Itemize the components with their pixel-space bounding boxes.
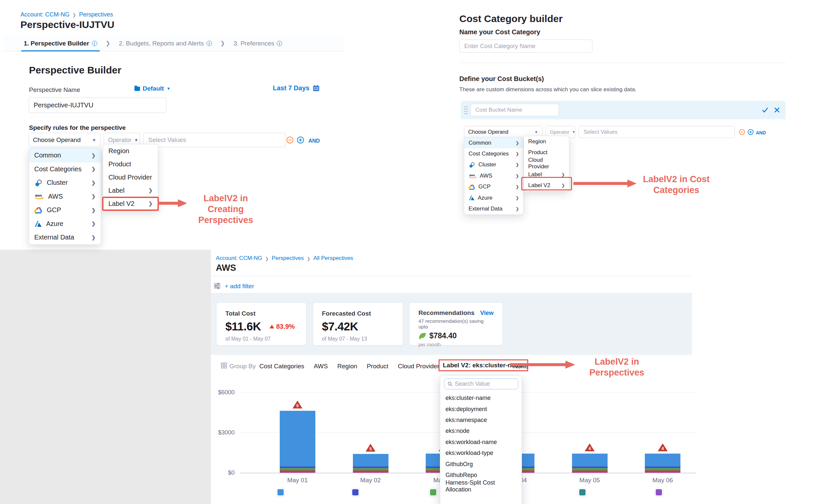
stacked-bar-may-05[interactable] xyxy=(572,454,608,473)
cc-operand-menu-item-label: Common xyxy=(468,140,491,146)
common-submenu-item[interactable]: Product xyxy=(103,157,158,171)
anomaly-badge[interactable]: 4 xyxy=(658,443,667,451)
anomaly-badge[interactable]: 5 xyxy=(366,444,376,452)
value-option[interactable]: eks:workload-type xyxy=(440,448,522,458)
value-option[interactable]: eks:deployment xyxy=(440,404,522,414)
group-by-item[interactable]: Cost Categories xyxy=(259,363,304,370)
stacked-bar-may-01[interactable] xyxy=(280,411,315,473)
value-option[interactable]: eks:node xyxy=(440,425,522,437)
breadcrumb-link[interactable]: Account: CCM-NG xyxy=(21,11,69,18)
operand-menu-item[interactable]: GCP ❯ xyxy=(29,203,101,217)
filter-icon[interactable] xyxy=(213,282,221,290)
drag-handle[interactable] xyxy=(464,106,468,115)
legend-chip[interactable] xyxy=(429,488,437,497)
cc-common-submenu-item[interactable]: Label V2 ❯ xyxy=(524,180,569,191)
svg-text:aws: aws xyxy=(469,173,475,177)
cc-add-rule-button[interactable] xyxy=(747,129,754,136)
value-option[interactable]: eks:cluster-name xyxy=(440,393,522,404)
search-icon xyxy=(448,381,452,387)
cc-select-values-input[interactable] xyxy=(579,126,735,138)
value-option[interactable]: GithubOrg xyxy=(440,458,522,469)
breadcrumb-link[interactable]: All Perspectives xyxy=(313,255,353,262)
cc-operand-menu-item[interactable]: Cost Categories ❯ xyxy=(464,148,523,159)
group-by-item[interactable]: Product xyxy=(367,363,388,370)
cost-delta: 83.9% xyxy=(269,323,295,330)
breadcrumb-link[interactable]: Perspectives xyxy=(272,255,304,262)
cc-operand-menu-item[interactable]: Azure ❯ xyxy=(464,192,523,203)
wizard-tabs: 1. Perspective Builder i ❯ 2. Budgets, R… xyxy=(3,36,345,51)
date-range-selector[interactable]: Last 7 Days xyxy=(273,84,320,92)
breadcrumb-link[interactable]: Perspectives xyxy=(79,11,113,18)
anomaly-badge[interactable]: 5 xyxy=(293,401,303,409)
breadcrumb: Account: CCM-NG ❯ Perspectives xyxy=(21,11,113,18)
annotation-text-creating-perspectives: LabelV2 in Creating Perspectives xyxy=(184,193,267,226)
chevron-right-icon: ❯ xyxy=(91,235,95,240)
value-option[interactable]: Harness-Split Cost Allocation xyxy=(440,481,522,492)
caret-down-icon: ▼ xyxy=(92,138,96,143)
legend-chip[interactable] xyxy=(277,488,285,497)
folder-selector[interactable]: Default ▼ xyxy=(135,85,170,92)
cc-operand-menu-item[interactable]: GCP ❯ xyxy=(464,181,523,192)
legend-chip[interactable] xyxy=(655,488,663,497)
cc-common-submenu-item[interactable]: Region xyxy=(524,136,569,147)
operand-menu-item[interactable]: aws AWS ❯ xyxy=(29,190,101,204)
cc-common-submenu-item[interactable]: Label ❯ xyxy=(524,169,569,180)
group-by-item[interactable]: Cloud Provider xyxy=(398,363,439,370)
folder-selector-label: Default xyxy=(143,85,164,92)
legend-chip[interactable] xyxy=(351,488,360,497)
add-rule-button[interactable] xyxy=(296,136,305,144)
operand-menu-item[interactable]: Azure ❯ xyxy=(29,217,101,231)
group-by-item[interactable]: AWS xyxy=(314,363,328,370)
operand-menu-item[interactable]: External Data ❯ xyxy=(29,231,101,244)
active-tab-underline xyxy=(21,51,100,51)
breadcrumb-link[interactable]: Account: CCM-NG xyxy=(216,255,262,262)
operand-menu-item[interactable]: Cluster ❯ xyxy=(29,176,101,190)
common-submenu-item[interactable]: Region xyxy=(103,144,158,157)
chevron-right-icon: ❯ xyxy=(91,194,95,199)
cost-category-name-input[interactable] xyxy=(459,39,593,53)
label-v2-value-dropdown: eks:cluster-nameeks:deploymenteks:namesp… xyxy=(440,375,522,504)
and-operator-button[interactable]: AND xyxy=(308,138,320,144)
legend-chip[interactable] xyxy=(578,488,586,497)
section-heading: Perspective Builder xyxy=(29,65,121,76)
cc-operand-menu-item[interactable]: External Data ❯ xyxy=(464,203,523,214)
anomaly-badge[interactable]: 4 xyxy=(585,443,595,451)
view-recommendations-link[interactable]: View xyxy=(480,309,494,317)
add-filter-button[interactable]: + add filter xyxy=(225,283,254,290)
cancel-bucket-button[interactable] xyxy=(774,107,780,113)
operand-select[interactable]: Choose Operand ▼ xyxy=(29,133,101,147)
tab-label: 2. Budgets, Reports and Alerts xyxy=(119,40,204,47)
remove-rule-button[interactable] xyxy=(286,136,294,144)
operand-menu: Common ❯ Cost Categories ❯ Cluster xyxy=(29,148,101,245)
select-values-input[interactable] xyxy=(143,133,286,147)
cc-common-submenu-item[interactable]: Product xyxy=(524,147,569,158)
value-option[interactable]: eks:workload-name xyxy=(440,437,522,448)
wizard-tab[interactable]: 1. Perspective Builder i xyxy=(24,36,97,51)
search-value-input[interactable] xyxy=(455,381,515,387)
perspective-name-input[interactable] xyxy=(29,97,166,113)
common-submenu-item[interactable]: Cloud Provider xyxy=(103,171,158,184)
stacked-bar-may-06[interactable] xyxy=(645,454,681,473)
cc-remove-rule-button[interactable] xyxy=(739,129,745,136)
cc-operand-menu-item[interactable]: aws AWS ❯ xyxy=(464,170,523,181)
cost-bucket-name-input[interactable] xyxy=(470,104,559,116)
confirm-bucket-button[interactable] xyxy=(761,106,769,114)
value-option[interactable]: eks:namespace xyxy=(440,415,522,425)
operand-menu-item-label: Azure xyxy=(46,220,63,228)
cc-and-operator-button[interactable]: AND xyxy=(756,130,766,136)
common-submenu-item[interactable]: Label V2 ❯ xyxy=(103,197,158,210)
wizard-tab[interactable]: 2. Budgets, Reports and Alerts i xyxy=(119,36,212,51)
chevron-right-icon: ❯ xyxy=(516,162,519,167)
cc-operand-menu-item[interactable]: Cluster ❯ xyxy=(464,159,523,170)
stacked-bar-may-02[interactable] xyxy=(353,454,389,473)
cc-operand-menu-item-label: External Data xyxy=(468,206,503,212)
operand-menu-item[interactable]: Common ❯ xyxy=(29,149,101,162)
wizard-tab[interactable]: 3. Preferences i xyxy=(234,36,282,51)
common-submenu-item[interactable]: Label ❯ xyxy=(103,184,158,197)
group-by-item[interactable]: Region xyxy=(337,363,357,370)
cc-common-submenu-item[interactable]: Cloud Provider xyxy=(524,158,569,169)
operand-menu-item[interactable]: Cost Categories ❯ xyxy=(29,162,101,176)
cost-category-title: Cost Category builder xyxy=(459,13,563,24)
cc-operand-menu-item[interactable]: Common ❯ xyxy=(464,137,523,148)
total-cost-card: Total Cost $11.6K 83.9% of May 01 - May … xyxy=(216,302,307,346)
